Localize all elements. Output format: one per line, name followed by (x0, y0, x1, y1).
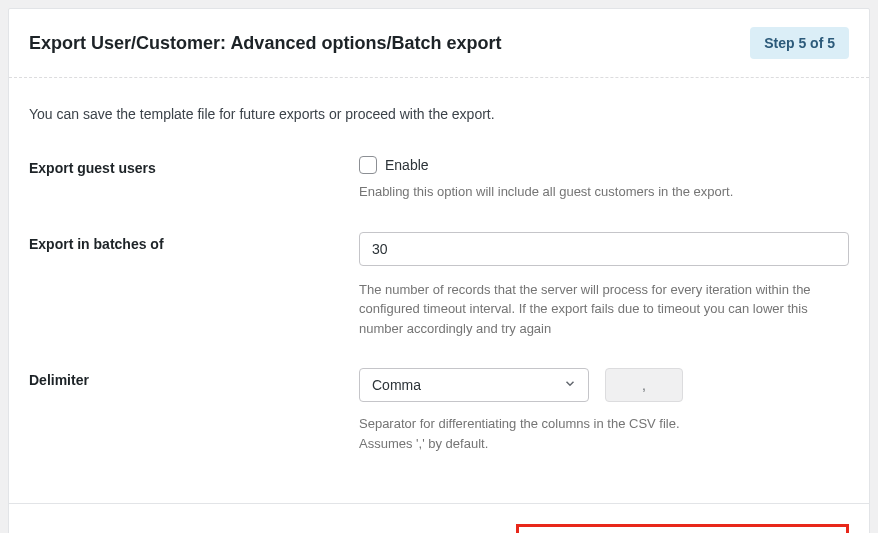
control-guest-users: Enable Enabling this option will include… (359, 156, 849, 202)
control-batches: The number of records that the server wi… (359, 232, 849, 339)
card-footer: Back Save template Export (9, 503, 869, 533)
intro-text: You can save the template file for futur… (29, 106, 849, 122)
step-badge: Step 5 of 5 (750, 27, 849, 59)
help-delimiter: Separator for differentiating the column… (359, 414, 689, 453)
export-card: Export User/Customer: Advanced options/B… (8, 8, 870, 533)
checkbox-row-guest: Enable (359, 156, 849, 174)
page-title: Export User/Customer: Advanced options/B… (29, 33, 501, 54)
footer-highlight: Back Save template Export (516, 524, 849, 533)
select-wrap-delimiter (359, 368, 589, 402)
row-delimiter: Delimiter , Separator for differentiatin… (29, 368, 849, 453)
card-header: Export User/Customer: Advanced options/B… (9, 9, 869, 78)
delimiter-preview: , (605, 368, 683, 402)
card-body: You can save the template file for futur… (9, 78, 869, 503)
row-guest-users: Export guest users Enable Enabling this … (29, 156, 849, 202)
row-batches: Export in batches of The number of recor… (29, 232, 849, 339)
checkbox-label-guest: Enable (385, 157, 429, 173)
label-guest-users: Export guest users (29, 156, 359, 176)
delimiter-inputs: , (359, 368, 849, 402)
help-guest-users: Enabling this option will include all gu… (359, 182, 849, 202)
control-delimiter: , Separator for differentiating the colu… (359, 368, 849, 453)
checkbox-guest-users[interactable] (359, 156, 377, 174)
input-batches[interactable] (359, 232, 849, 266)
select-delimiter[interactable] (359, 368, 589, 402)
help-batches: The number of records that the server wi… (359, 280, 819, 339)
label-batches: Export in batches of (29, 232, 359, 252)
label-delimiter: Delimiter (29, 368, 359, 388)
